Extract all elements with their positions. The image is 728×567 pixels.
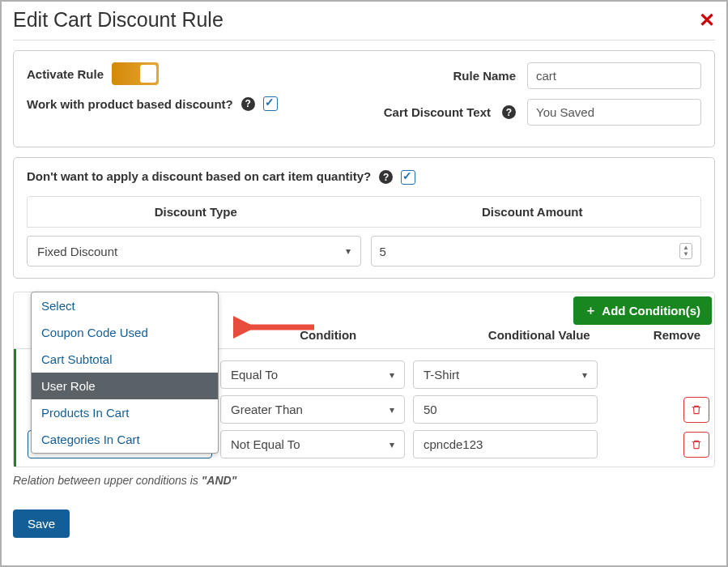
- rule-settings-panel: Activate Rule Work with product based di…: [13, 50, 715, 147]
- work-with-product-checkbox[interactable]: [263, 96, 278, 111]
- work-with-product-label: Work with product based discount?: [27, 97, 233, 111]
- discount-type-value: Fixed Discount: [37, 245, 117, 258]
- chevron-down-icon: ▾: [390, 369, 394, 381]
- trash-icon: [691, 404, 702, 416]
- discount-amount-input[interactable]: 5 ▲▼: [371, 236, 702, 266]
- dropdown-item[interactable]: Categories In Cart: [32, 426, 218, 453]
- add-condition-label: Add Condition(s): [602, 304, 700, 318]
- condition-select[interactable]: Greater Than▾: [220, 395, 405, 424]
- dropdown-item[interactable]: Coupon Code Used: [32, 319, 218, 346]
- cart-discount-text-input[interactable]: [527, 99, 701, 126]
- chevron-down-icon: ▾: [390, 404, 394, 416]
- relation-text: Relation between upper conditions is "AN…: [13, 474, 715, 487]
- col-value-header: Conditional Value: [434, 328, 645, 342]
- help-icon[interactable]: ?: [379, 170, 393, 184]
- remove-button[interactable]: [683, 432, 709, 458]
- type-dropdown-open[interactable]: SelectCoupon Code UsedCart SubtotalUser …: [31, 292, 219, 454]
- close-icon[interactable]: ✕: [699, 9, 715, 32]
- discount-panel: Don't want to apply a discount based on …: [13, 157, 715, 279]
- apply-discount-checkbox[interactable]: [401, 170, 415, 185]
- dropdown-item[interactable]: Products In Cart: [32, 399, 218, 426]
- value-select[interactable]: T-Shirt▾: [413, 360, 598, 389]
- value-input[interactable]: [413, 395, 598, 424]
- value-select-value: T-Shirt: [424, 368, 459, 382]
- rule-name-label: Rule Name: [453, 69, 516, 83]
- activate-toggle[interactable]: [112, 62, 159, 85]
- col-condition-header: Condition: [223, 328, 434, 342]
- condition-select[interactable]: Equal To▾: [220, 360, 405, 389]
- condition-select-value: Equal To: [231, 368, 278, 382]
- page-title: Edit Cart Discount Rule: [13, 8, 224, 32]
- condition-select[interactable]: Not Equal To▾: [220, 430, 405, 458]
- condition-select-value: Not Equal To: [231, 437, 300, 451]
- conditions-section: ＋ Add Condition(s) SelectCoupon Code Use…: [13, 292, 715, 487]
- chevron-down-icon: ▾: [346, 245, 351, 257]
- add-condition-button[interactable]: ＋ Add Condition(s): [573, 296, 712, 325]
- dropdown-item[interactable]: User Role: [32, 373, 218, 399]
- rule-name-input[interactable]: [527, 62, 701, 89]
- remove-button[interactable]: [683, 397, 709, 423]
- col-remove-header: Remove: [645, 328, 709, 342]
- plus-icon: ＋: [585, 303, 597, 318]
- discount-amount-value: 5: [380, 245, 386, 258]
- cart-discount-text-label: Cart Discount Text: [384, 105, 491, 119]
- dropdown-item[interactable]: Select: [32, 292, 218, 319]
- dropdown-item[interactable]: Cart Subtotal: [32, 346, 218, 373]
- save-button[interactable]: Save: [13, 509, 70, 538]
- discount-type-header: Discount Type: [28, 197, 364, 227]
- help-icon[interactable]: ?: [502, 105, 516, 119]
- number-stepper-icon[interactable]: ▲▼: [679, 243, 692, 259]
- discount-type-select[interactable]: Fixed Discount ▾: [27, 236, 361, 266]
- activate-label: Activate Rule: [27, 67, 104, 81]
- chevron-down-icon: ▾: [582, 369, 587, 381]
- discount-amount-header: Discount Amount: [364, 197, 701, 227]
- condition-select-value: Greater Than: [231, 403, 303, 416]
- chevron-down-icon: ▾: [390, 439, 394, 450]
- trash-icon: [691, 439, 702, 450]
- help-icon[interactable]: ?: [241, 97, 255, 111]
- apply-discount-label: Don't want to apply a discount based on …: [27, 169, 371, 183]
- value-input[interactable]: [413, 430, 598, 458]
